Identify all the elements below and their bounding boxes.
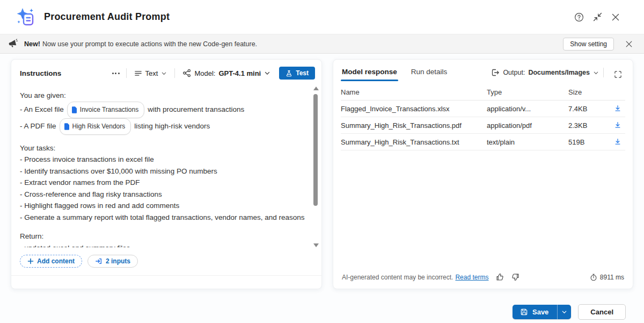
more-options-button[interactable] bbox=[110, 69, 122, 77]
prompt-line: - Cross-reference and flag risky transac… bbox=[20, 189, 305, 200]
response-tabs: Model response Run details bbox=[342, 68, 447, 81]
table-header-row: Name Type Size bbox=[341, 85, 625, 101]
output-files-table: Name Type Size Flagged_Invoice_Transacti… bbox=[341, 85, 625, 150]
chevron-down-icon bbox=[161, 70, 167, 76]
model-label: Model: bbox=[194, 69, 215, 77]
download-button[interactable] bbox=[611, 103, 625, 114]
instructions-title: Instructions bbox=[20, 69, 61, 77]
output-label: Output: bbox=[503, 69, 525, 76]
file-type: text/plain bbox=[487, 138, 568, 146]
input-chip-high-risk-vendors[interactable]: High Risk Vendors bbox=[60, 118, 131, 135]
fullscreen-icon bbox=[614, 70, 622, 78]
collapse-window-button[interactable] bbox=[588, 8, 606, 26]
instructions-panel: Instructions Text bbox=[11, 59, 322, 289]
response-panel: Model response Run details Output: Docum… bbox=[333, 59, 633, 289]
banner-message: New!Now use your prompt to execute actio… bbox=[24, 40, 257, 48]
prompt-line: - Identify transactions over $10,000 wit… bbox=[20, 166, 305, 177]
prompt-line: - Generate a summary report with total f… bbox=[20, 212, 305, 224]
prompt-line: - An Excel file Invoice Transactions wit… bbox=[20, 102, 305, 118]
prompt-line: - Highlight flagged rows in red and add … bbox=[20, 200, 305, 212]
help-icon bbox=[574, 12, 584, 22]
file-type: application/pdf bbox=[487, 121, 568, 130]
instructions-header: Instructions Text bbox=[11, 60, 321, 84]
file-size: 7.4KB bbox=[568, 105, 610, 113]
tab-run-details[interactable]: Run details bbox=[411, 68, 448, 81]
format-dropdown[interactable]: Text bbox=[131, 67, 171, 80]
inputs-button[interactable]: 2 inputs bbox=[87, 255, 138, 268]
save-label: Save bbox=[532, 308, 548, 316]
save-button[interactable]: Save bbox=[513, 305, 557, 319]
scrollbar-thumb[interactable] bbox=[313, 94, 318, 206]
chip-label: Invoice Transactions bbox=[80, 103, 138, 117]
prompt-text: - An Excel file bbox=[20, 103, 64, 117]
scroll-up-arrow-icon[interactable] bbox=[313, 87, 319, 90]
table-row[interactable]: Flagged_Invoice_Transactions.xlsx applic… bbox=[341, 101, 625, 117]
divider bbox=[603, 68, 604, 77]
thumbs-up-button[interactable] bbox=[496, 273, 504, 281]
test-button[interactable]: Test bbox=[279, 67, 315, 80]
test-label: Test bbox=[296, 69, 309, 77]
download-button[interactable] bbox=[611, 136, 625, 148]
scroll-down-arrow-icon[interactable] bbox=[313, 243, 319, 247]
stopwatch-icon bbox=[590, 274, 597, 281]
table-row[interactable]: Summary_High_Risk_Transactions.txt text/… bbox=[341, 134, 625, 150]
prompt-line: You are given: bbox=[20, 90, 305, 102]
help-button[interactable] bbox=[570, 8, 588, 26]
tab-model-response[interactable]: Model response bbox=[342, 68, 397, 81]
megaphone-icon bbox=[8, 39, 18, 49]
text-format-icon bbox=[134, 69, 142, 77]
prompt-line: Return: bbox=[20, 231, 305, 242]
prompt-editor[interactable]: You are given: - An Excel file Invoice T… bbox=[11, 84, 321, 250]
download-button[interactable] bbox=[611, 119, 625, 131]
add-content-button[interactable]: Add content bbox=[20, 255, 82, 268]
file-type: application/v... bbox=[487, 105, 568, 113]
response-footer: AI-generated content may be incorrect. R… bbox=[333, 268, 633, 289]
format-label: Text bbox=[145, 69, 158, 77]
prompt-line: - A PDF file High Risk Vendors listing h… bbox=[20, 118, 305, 135]
arrow-into-box-icon bbox=[95, 257, 103, 265]
column-header-name: Name bbox=[341, 88, 487, 96]
prompt-text: listing high-risk vendors bbox=[134, 119, 210, 133]
output-value: Documents/Images bbox=[528, 69, 590, 76]
download-icon bbox=[614, 138, 621, 146]
file-name: Summary_High_Risk_Transactions.txt bbox=[341, 138, 487, 146]
read-terms-link[interactable]: Read terms bbox=[455, 274, 488, 281]
download-icon bbox=[614, 105, 621, 112]
plus-icon bbox=[27, 258, 34, 264]
prompt-line-clipped: - updated excel and summary files bbox=[20, 242, 305, 247]
banner-close-button[interactable] bbox=[621, 37, 636, 52]
input-chip-invoice-transactions[interactable]: Invoice Transactions bbox=[67, 102, 144, 118]
column-header-size: Size bbox=[568, 88, 610, 96]
response-header: Model response Run details Output: Docum… bbox=[333, 60, 633, 81]
editor-scrollbar[interactable] bbox=[312, 85, 319, 248]
beaker-icon bbox=[286, 70, 292, 77]
model-dropdown[interactable]: Model: GPT-4.1 mini bbox=[179, 67, 274, 80]
close-window-button[interactable] bbox=[606, 8, 625, 26]
thumbs-down-button[interactable] bbox=[511, 273, 519, 281]
main-area: Instructions Text bbox=[0, 54, 644, 323]
prompt-line: - Extract vendor names from the PDF bbox=[20, 177, 305, 189]
download-icon bbox=[614, 121, 621, 129]
close-icon bbox=[611, 13, 620, 21]
chevron-down-icon bbox=[593, 70, 599, 76]
divider bbox=[174, 68, 175, 78]
ai-disclaimer: AI-generated content may be incorrect. bbox=[342, 274, 453, 281]
file-name: Flagged_Invoice_Transactions.xlsx bbox=[341, 105, 487, 113]
run-duration: 8911 ms bbox=[590, 274, 624, 281]
cancel-button[interactable]: Cancel bbox=[578, 304, 626, 320]
divider bbox=[126, 68, 127, 78]
column-header-type: Type bbox=[487, 88, 568, 96]
chip-label: High Risk Vendors bbox=[72, 119, 126, 133]
show-setting-button[interactable]: Show setting bbox=[563, 38, 614, 51]
banner-badge: New! bbox=[24, 40, 40, 48]
save-icon bbox=[520, 308, 528, 316]
page-title: Procurement Audit Prompt bbox=[44, 11, 170, 23]
prompt-text: - A PDF file bbox=[20, 119, 56, 133]
app-logo-icon bbox=[15, 6, 36, 28]
fullscreen-button[interactable] bbox=[610, 68, 625, 81]
table-row[interactable]: Summary_High_Risk_Transactions.pdf appli… bbox=[341, 117, 625, 134]
output-type-dropdown[interactable]: Output: Documents/Images bbox=[491, 68, 599, 77]
file-size: 519B bbox=[568, 138, 610, 146]
model-icon bbox=[182, 69, 191, 77]
save-options-button[interactable] bbox=[557, 305, 571, 319]
